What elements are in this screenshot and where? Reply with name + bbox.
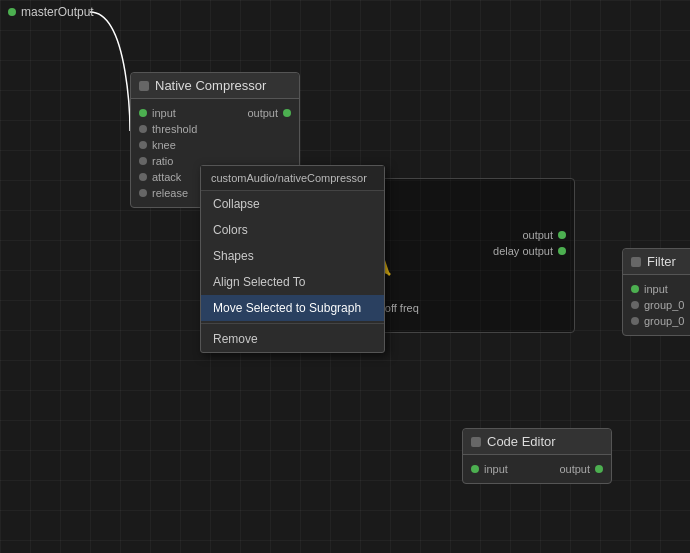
context-menu-item-colors[interactable]: Colors	[201, 217, 384, 243]
node-filter-group0a-port: group_0	[623, 297, 690, 313]
context-menu-divider	[201, 323, 384, 324]
node-filter-group0b-port: group_0	[623, 313, 690, 329]
bg-box-delay-output-port: delay output	[493, 245, 566, 257]
bg-box-output-dot	[558, 231, 566, 239]
node-native-compressor-header: Native Compressor	[131, 73, 299, 99]
filter-group0a-dot	[631, 301, 639, 309]
node-filter-input-port: input	[623, 281, 690, 297]
node-native-compressor-icon	[139, 81, 149, 91]
node-native-input-port: input	[139, 107, 176, 119]
node-code-editor: Code Editor input output	[462, 428, 612, 484]
threshold-dot	[139, 125, 147, 133]
attack-dot	[139, 173, 147, 181]
node-filter: Filter input group_0 group_0	[622, 248, 690, 336]
node-native-threshold-port: threshold	[131, 121, 299, 137]
node-filter-icon	[631, 257, 641, 267]
code-editor-output-dot	[595, 465, 603, 473]
context-menu-item-collapse[interactable]: Collapse	[201, 191, 384, 217]
master-output-dot	[8, 8, 16, 16]
node-filter-title: Filter	[647, 254, 676, 269]
bg-box-ports-right: output delay output	[493, 229, 566, 257]
master-output-label: masterOutput	[8, 5, 94, 19]
release-dot	[139, 189, 147, 197]
node-code-editor-input-port: input	[471, 463, 508, 475]
node-native-io-row: input output	[131, 105, 299, 121]
node-filter-header: Filter	[623, 249, 690, 275]
context-menu: customAudio/nativeCompressor Collapse Co…	[200, 165, 385, 353]
knee-dot	[139, 141, 147, 149]
node-native-compressor-title: Native Compressor	[155, 78, 266, 93]
filter-input-dot	[631, 285, 639, 293]
bg-box-delay-output-dot	[558, 247, 566, 255]
input-dot	[139, 109, 147, 117]
node-code-editor-output-port: output	[559, 463, 603, 475]
node-code-editor-title: Code Editor	[487, 434, 556, 449]
filter-group0b-dot	[631, 317, 639, 325]
context-menu-item-remove[interactable]: Remove	[201, 326, 384, 352]
node-code-editor-body: input output	[463, 455, 611, 483]
ratio-dot	[139, 157, 147, 165]
context-menu-item-move-to-subgraph[interactable]: Move Selected to Subgraph	[201, 295, 384, 321]
context-menu-item-shapes[interactable]: Shapes	[201, 243, 384, 269]
node-native-knee-port: knee	[131, 137, 299, 153]
node-code-editor-header: Code Editor	[463, 429, 611, 455]
output-dot	[283, 109, 291, 117]
context-menu-item-align-selected[interactable]: Align Selected To	[201, 269, 384, 295]
node-code-editor-io-row: input output	[463, 461, 611, 477]
node-native-output-port: output	[247, 107, 291, 119]
node-code-editor-icon	[471, 437, 481, 447]
bg-box-output-port: output	[493, 229, 566, 241]
node-filter-body: input group_0 group_0	[623, 275, 690, 335]
code-editor-input-dot	[471, 465, 479, 473]
context-menu-header: customAudio/nativeCompressor	[201, 166, 384, 191]
